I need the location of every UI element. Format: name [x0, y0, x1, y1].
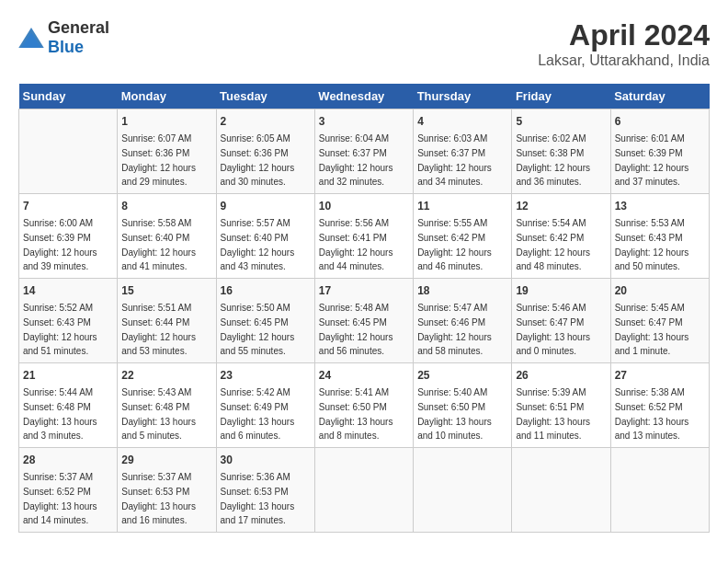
day-cell: 27Sunrise: 5:38 AMSunset: 6:52 PMDayligh…: [610, 363, 709, 448]
day-cell: 24Sunrise: 5:41 AMSunset: 6:50 PMDayligh…: [314, 363, 413, 448]
day-number: 19: [516, 282, 606, 299]
day-info: Sunrise: 5:37 AMSunset: 6:52 PMDaylight:…: [23, 472, 97, 525]
day-cell: 1Sunrise: 6:07 AMSunset: 6:36 PMDaylight…: [118, 109, 216, 194]
day-number: 13: [615, 198, 705, 214]
day-info: Sunrise: 5:36 AMSunset: 6:53 PMDaylight:…: [221, 472, 295, 525]
day-info: Sunrise: 5:46 AMSunset: 6:47 PMDaylight:…: [516, 303, 590, 356]
day-number: 11: [417, 198, 507, 214]
header-thursday: Thursday: [414, 84, 512, 109]
day-info: Sunrise: 5:56 AMSunset: 6:41 PMDaylight:…: [319, 218, 393, 271]
calendar-header-row: SundayMondayTuesdayWednesdayThursdayFrid…: [19, 84, 710, 109]
week-row-5: 28Sunrise: 5:37 AMSunset: 6:52 PMDayligh…: [19, 448, 710, 533]
day-number: 29: [121, 452, 211, 468]
day-cell: 26Sunrise: 5:39 AMSunset: 6:51 PMDayligh…: [512, 363, 610, 448]
day-info: Sunrise: 6:07 AMSunset: 6:36 PMDaylight:…: [121, 133, 196, 187]
day-number: 10: [319, 198, 409, 214]
day-number: 3: [319, 113, 409, 130]
day-cell: 4Sunrise: 6:03 AMSunset: 6:37 PMDaylight…: [414, 109, 512, 194]
logo-icon: [18, 28, 44, 48]
day-cell: 21Sunrise: 5:44 AMSunset: 6:48 PMDayligh…: [19, 363, 118, 448]
header-wednesday: Wednesday: [314, 84, 413, 109]
subtitle: Laksar, Uttarakhand, India: [538, 52, 710, 69]
day-number: 17: [319, 282, 409, 299]
day-cell: 12Sunrise: 5:54 AMSunset: 6:42 PMDayligh…: [512, 194, 610, 279]
day-number: 24: [319, 367, 409, 384]
logo-blue: Blue: [48, 38, 84, 56]
day-cell: 11Sunrise: 5:55 AMSunset: 6:42 PMDayligh…: [414, 194, 512, 279]
day-info: Sunrise: 5:37 AMSunset: 6:53 PMDaylight:…: [121, 472, 196, 525]
day-info: Sunrise: 5:53 AMSunset: 6:43 PMDaylight:…: [615, 218, 689, 271]
day-info: Sunrise: 5:54 AMSunset: 6:42 PMDaylight:…: [516, 218, 590, 271]
day-info: Sunrise: 5:39 AMSunset: 6:51 PMDaylight:…: [516, 387, 590, 441]
header: General Blue April 2024 Laksar, Uttarakh…: [18, 18, 710, 69]
week-row-4: 21Sunrise: 5:44 AMSunset: 6:48 PMDayligh…: [19, 363, 710, 448]
day-number: 12: [516, 198, 606, 214]
day-number: 8: [121, 198, 211, 214]
day-info: Sunrise: 5:50 AMSunset: 6:45 PMDaylight:…: [221, 303, 295, 356]
day-cell: [512, 448, 610, 533]
day-number: 20: [615, 282, 705, 299]
day-number: 16: [221, 282, 311, 299]
header-saturday: Saturday: [610, 84, 709, 109]
day-cell: 14Sunrise: 5:52 AMSunset: 6:43 PMDayligh…: [19, 279, 118, 363]
day-number: 22: [121, 367, 211, 384]
header-monday: Monday: [118, 84, 216, 109]
day-cell: 7Sunrise: 6:00 AMSunset: 6:39 PMDaylight…: [19, 194, 118, 279]
day-info: Sunrise: 6:01 AMSunset: 6:39 PMDaylight:…: [615, 133, 689, 187]
day-cell: 20Sunrise: 5:45 AMSunset: 6:47 PMDayligh…: [610, 279, 709, 363]
day-cell: 29Sunrise: 5:37 AMSunset: 6:53 PMDayligh…: [118, 448, 216, 533]
header-tuesday: Tuesday: [216, 84, 314, 109]
day-number: 6: [615, 113, 705, 130]
logo-general: General: [48, 18, 109, 37]
header-sunday: Sunday: [19, 84, 118, 109]
day-info: Sunrise: 5:51 AMSunset: 6:44 PMDaylight:…: [121, 303, 196, 356]
day-info: Sunrise: 6:02 AMSunset: 6:38 PMDaylight:…: [516, 133, 590, 187]
logo: General Blue: [18, 18, 109, 57]
day-info: Sunrise: 5:55 AMSunset: 6:42 PMDaylight:…: [417, 218, 492, 271]
day-number: 25: [417, 367, 507, 384]
week-row-3: 14Sunrise: 5:52 AMSunset: 6:43 PMDayligh…: [19, 279, 710, 363]
day-number: 5: [516, 113, 606, 130]
day-cell: 13Sunrise: 5:53 AMSunset: 6:43 PMDayligh…: [610, 194, 709, 279]
day-number: 18: [417, 282, 507, 299]
day-number: 30: [221, 452, 311, 468]
day-cell: [414, 448, 512, 533]
day-cell: 10Sunrise: 5:56 AMSunset: 6:41 PMDayligh…: [314, 194, 413, 279]
day-number: 23: [221, 367, 311, 384]
day-info: Sunrise: 5:57 AMSunset: 6:40 PMDaylight:…: [221, 218, 295, 271]
day-cell: 5Sunrise: 6:02 AMSunset: 6:38 PMDaylight…: [512, 109, 610, 194]
day-cell: 18Sunrise: 5:47 AMSunset: 6:46 PMDayligh…: [414, 279, 512, 363]
day-info: Sunrise: 6:03 AMSunset: 6:37 PMDaylight:…: [417, 133, 492, 187]
week-row-1: 1Sunrise: 6:07 AMSunset: 6:36 PMDaylight…: [19, 109, 710, 194]
day-cell: 17Sunrise: 5:48 AMSunset: 6:45 PMDayligh…: [314, 279, 413, 363]
day-info: Sunrise: 5:45 AMSunset: 6:47 PMDaylight:…: [615, 303, 689, 356]
day-info: Sunrise: 5:58 AMSunset: 6:40 PMDaylight:…: [121, 218, 196, 271]
day-number: 7: [23, 198, 113, 214]
day-cell: 8Sunrise: 5:58 AMSunset: 6:40 PMDaylight…: [118, 194, 216, 279]
header-friday: Friday: [512, 84, 610, 109]
day-number: 9: [221, 198, 311, 214]
day-number: 4: [417, 113, 507, 130]
day-number: 26: [516, 367, 606, 384]
day-cell: 30Sunrise: 5:36 AMSunset: 6:53 PMDayligh…: [216, 448, 314, 533]
calendar-table: SundayMondayTuesdayWednesdayThursdayFrid…: [18, 84, 710, 533]
day-info: Sunrise: 5:42 AMSunset: 6:49 PMDaylight:…: [221, 387, 295, 441]
day-cell: 28Sunrise: 5:37 AMSunset: 6:52 PMDayligh…: [19, 448, 118, 533]
day-cell: [314, 448, 413, 533]
day-cell: 9Sunrise: 5:57 AMSunset: 6:40 PMDaylight…: [216, 194, 314, 279]
day-number: 27: [615, 367, 705, 384]
day-cell: 6Sunrise: 6:01 AMSunset: 6:39 PMDaylight…: [610, 109, 709, 194]
day-info: Sunrise: 5:43 AMSunset: 6:48 PMDaylight:…: [121, 387, 196, 441]
day-number: 15: [121, 282, 211, 299]
day-info: Sunrise: 6:05 AMSunset: 6:36 PMDaylight:…: [221, 133, 295, 187]
day-info: Sunrise: 5:40 AMSunset: 6:50 PMDaylight:…: [417, 387, 492, 441]
day-cell: [610, 448, 709, 533]
day-number: 2: [221, 113, 311, 130]
day-number: 1: [121, 113, 211, 130]
day-info: Sunrise: 5:52 AMSunset: 6:43 PMDaylight:…: [23, 303, 97, 356]
day-cell: 15Sunrise: 5:51 AMSunset: 6:44 PMDayligh…: [118, 279, 216, 363]
day-info: Sunrise: 5:38 AMSunset: 6:52 PMDaylight:…: [615, 387, 689, 441]
logo-text: General Blue: [48, 18, 109, 57]
day-info: Sunrise: 6:04 AMSunset: 6:37 PMDaylight:…: [319, 133, 393, 187]
week-row-2: 7Sunrise: 6:00 AMSunset: 6:39 PMDaylight…: [19, 194, 710, 279]
